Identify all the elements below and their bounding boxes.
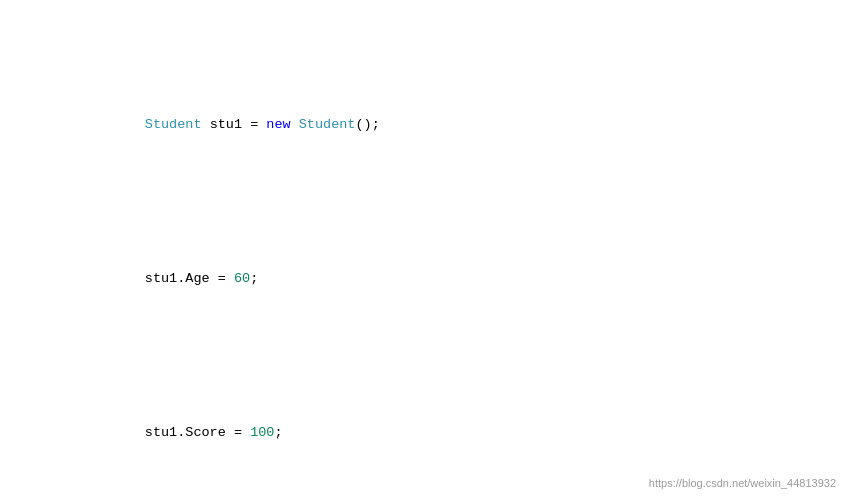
code-content: Student stu1 = new Student(); stu1.Age =… [0, 0, 848, 501]
code-line: Student stu1 = new Student(); [0, 92, 848, 158]
code-editor: Student stu1 = new Student(); stu1.Age =… [0, 0, 848, 501]
watermark: https://blog.csdn.net/weixin_44813932 [649, 475, 836, 493]
code-line: stu1.Age = 60; [0, 246, 848, 312]
code-line: stu1.Score = 100; [0, 400, 848, 466]
